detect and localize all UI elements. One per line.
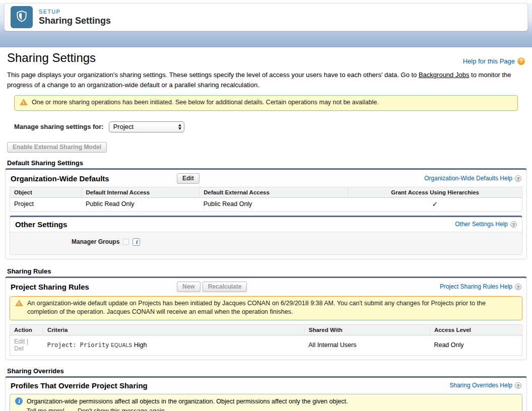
shield-icon [15, 10, 28, 25]
help-for-this-page-link[interactable]: Help for this Page [463, 57, 515, 65]
enable-external-sharing-button[interactable]: Enable External Sharing Model [7, 142, 107, 153]
object-select[interactable]: Project [109, 121, 184, 132]
warning-text: One or more sharing operations has been … [32, 98, 379, 107]
help-icon[interactable]: ? [517, 57, 525, 65]
recalculate-button[interactable]: Recalculate [203, 282, 247, 292]
column-header-default-external-access: Default External Access [200, 187, 348, 197]
dont-show-again-link[interactable]: Don't show this message again [78, 407, 165, 411]
heading-sharing-overrides: Sharing Overrides [7, 367, 527, 375]
setup-eyebrow: SETUP [39, 9, 111, 15]
background-jobs-link[interactable]: Background Jobs [419, 71, 469, 79]
question-icon[interactable]: ? [510, 221, 517, 228]
column-header-grant-access-hierarchies: Grant Access Using Hierarchies [348, 187, 522, 197]
tell-me-more-link[interactable]: Tell me more! [27, 407, 64, 411]
criteria-operator: EQUALS [111, 342, 132, 348]
column-header-action: Action [10, 324, 43, 335]
intro-before: This page displays your organization's s… [7, 71, 419, 79]
overrides-title: Profiles That Override Project Sharing [11, 381, 148, 390]
page-title: Sharing Settings [7, 51, 96, 65]
new-button[interactable]: New [177, 282, 201, 292]
header-card: SETUP Sharing Settings [4, 3, 528, 31]
sharing-operations-warning: One or more sharing operations has been … [14, 95, 518, 111]
object-select-value: Project [113, 123, 134, 130]
psr-help-link[interactable]: Project Sharing Rules Help [440, 283, 512, 290]
question-icon[interactable]: ? [515, 284, 521, 290]
overrides-info-message: i Organization-wide permissions affect a… [10, 394, 522, 411]
column-header-criteria: Criteria [43, 324, 305, 335]
manager-groups-label: Manager Groups [72, 238, 119, 245]
owd-table: Object Default Internal Access Default E… [10, 187, 522, 212]
hierarchies-checkbox: ✓ [432, 200, 438, 208]
overrides-help-link[interactable]: Sharing Overrides Help [449, 382, 512, 389]
setup-banner: SETUP Sharing Settings [0, 3, 532, 47]
manage-sharing-label: Manage sharing settings for: [14, 123, 104, 130]
owd-external-cell: Public Read Only [200, 197, 348, 211]
warning-icon [20, 99, 28, 106]
action-separator: | [27, 338, 28, 345]
column-header-access-level: Access Level [430, 324, 522, 335]
warning-icon [15, 300, 23, 307]
other-settings-help-link[interactable]: Other Settings Help [455, 221, 508, 228]
section-organization-wide-defaults: Organization-Wide Defaults Edit Organiza… [5, 168, 527, 259]
question-icon[interactable]: ? [515, 382, 521, 389]
select-arrows-icon [178, 124, 181, 130]
shared-with-cell: All Internal Users [304, 335, 430, 355]
criteria-cell: Project: Priority EQUALS High [43, 335, 305, 355]
section-profiles-override: Profiles That Override Project Sharing S… [5, 376, 527, 411]
criteria-field: Project: Priority [47, 341, 109, 349]
overrides-info-text: Organization-wide permissions affect all… [27, 397, 348, 406]
psr-warning-text: An organization-wide default update on P… [27, 299, 517, 317]
psr-title: Project Sharing Rules [11, 283, 177, 291]
edit-button[interactable]: Edit [177, 173, 200, 184]
other-settings-title: Other Settings [15, 220, 67, 229]
owd-row-project: Project Public Read Only Public Read Onl… [10, 197, 522, 211]
info-icon[interactable]: i [132, 238, 140, 246]
column-header-default-internal-access: Default Internal Access [82, 187, 200, 197]
sharing-rules-table: Action Criteria Shared With Access Level… [10, 324, 522, 356]
column-header-shared-with: Shared With [304, 324, 430, 335]
heading-default-sharing-settings: Default Sharing Settings [7, 159, 527, 167]
owd-help-link[interactable]: Organization-Wide Defaults Help [424, 175, 512, 182]
action-cell: Edit | Del [10, 335, 43, 355]
psr-warning: An organization-wide default update on P… [10, 296, 522, 320]
edit-link[interactable]: Edit [14, 338, 25, 345]
section-project-sharing-rules: Project Sharing Rules New Recalculate Pr… [5, 277, 527, 360]
sharing-rule-row: Edit | Del Project: Priority EQUALS High… [10, 335, 522, 355]
section-other-settings: Other Settings Other Settings Help ? Man… [10, 216, 522, 255]
del-link[interactable]: Del [14, 345, 24, 352]
heading-sharing-rules: Sharing Rules [7, 267, 527, 275]
intro-text: This page displays your organization's s… [7, 70, 525, 90]
owd-title: Organization-Wide Defaults [11, 174, 177, 183]
question-icon[interactable]: ? [515, 175, 521, 182]
access-level-cell: Read Only [430, 335, 522, 355]
owd-internal-cell: Public Read Only [82, 197, 200, 211]
info-circle-icon: i [15, 397, 23, 405]
sharing-settings-tile [11, 6, 33, 28]
criteria-value: High [134, 341, 147, 349]
owd-object-cell: Project [10, 197, 82, 211]
app-title: Sharing Settings [39, 16, 111, 26]
column-header-object: Object [10, 187, 82, 197]
manager-groups-checkbox[interactable] [123, 239, 129, 245]
